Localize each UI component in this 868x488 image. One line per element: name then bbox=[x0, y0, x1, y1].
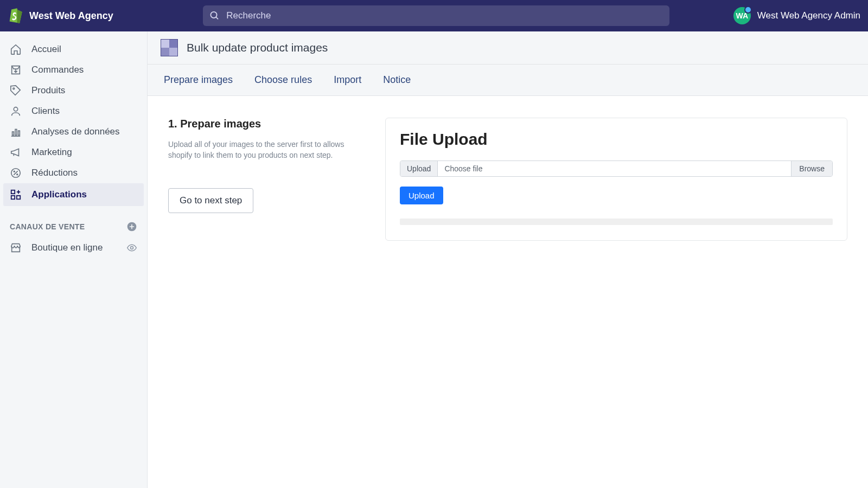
sidebar-item-label: Analyses de données bbox=[31, 126, 120, 137]
sidebar-item-home[interactable]: Accueil bbox=[0, 39, 147, 60]
sidebar-item-label: Commandes bbox=[31, 65, 84, 75]
svg-line-1 bbox=[216, 17, 218, 19]
home-icon bbox=[10, 43, 22, 55]
svg-rect-4 bbox=[12, 132, 14, 135]
content-area: 1. Prepare images Upload all of your ima… bbox=[148, 96, 868, 488]
app-title: Bulk update product images bbox=[187, 41, 328, 54]
search-box[interactable] bbox=[203, 5, 669, 26]
avatar[interactable]: WA bbox=[733, 7, 751, 24]
sidebar-item-products[interactable]: Produits bbox=[0, 80, 147, 101]
channel-online-store[interactable]: Boutique en ligne bbox=[0, 237, 147, 258]
sidebar-item-label: Marketing bbox=[31, 147, 72, 158]
main-content: Bulk update product images Prepare image… bbox=[148, 31, 868, 488]
search-icon bbox=[209, 10, 220, 21]
shopify-logo-icon bbox=[8, 8, 23, 24]
tab-prepare-images[interactable]: Prepare images bbox=[164, 74, 233, 86]
view-store-icon[interactable] bbox=[126, 242, 137, 253]
sidebar-item-discounts[interactable]: Réductions bbox=[0, 163, 147, 183]
svg-rect-10 bbox=[11, 190, 15, 194]
app-icon bbox=[161, 39, 178, 56]
discount-icon bbox=[10, 167, 22, 179]
upload-label: Upload bbox=[400, 161, 438, 176]
svg-point-8 bbox=[14, 171, 15, 172]
card-heading: File Upload bbox=[400, 130, 833, 149]
svg-point-3 bbox=[14, 107, 17, 111]
top-bar: West Web Agency WA West Web Agency Admin bbox=[0, 0, 868, 31]
upload-button[interactable]: Upload bbox=[400, 187, 443, 204]
topbar-right: WA West Web Agency Admin bbox=[733, 7, 860, 24]
sidebar-item-analytics[interactable]: Analyses de données bbox=[0, 121, 147, 142]
svg-rect-11 bbox=[17, 196, 20, 199]
user-icon bbox=[10, 105, 22, 117]
svg-rect-12 bbox=[11, 196, 15, 199]
sidebar-item-label: Accueil bbox=[31, 44, 61, 55]
svg-rect-5 bbox=[15, 129, 17, 135]
channels-title: CANAUX DE VENTE bbox=[10, 222, 85, 231]
analytics-icon bbox=[10, 126, 22, 138]
sidebar-item-label: Produits bbox=[31, 85, 65, 96]
apps-icon bbox=[10, 189, 22, 201]
sidebar-item-customers[interactable]: Clients bbox=[0, 101, 147, 121]
search-wrap bbox=[203, 5, 669, 26]
channels-header: CANAUX DE VENTE bbox=[0, 206, 147, 237]
tab-notice[interactable]: Notice bbox=[383, 74, 411, 86]
upload-progress-bar bbox=[400, 219, 833, 225]
orders-icon bbox=[10, 64, 22, 76]
topbar-left: West Web Agency bbox=[8, 8, 181, 24]
sidebar-item-marketing[interactable]: Marketing bbox=[0, 142, 147, 163]
sidebar-item-apps[interactable]: Applications bbox=[3, 183, 144, 206]
app-tabs: Prepare images Choose rules Import Notic… bbox=[148, 65, 868, 96]
browse-button[interactable]: Browse bbox=[791, 161, 832, 176]
sidebar-item-label: Réductions bbox=[31, 168, 78, 178]
svg-rect-6 bbox=[18, 131, 20, 135]
svg-point-9 bbox=[17, 174, 18, 175]
admin-name[interactable]: West Web Agency Admin bbox=[757, 10, 860, 21]
sidebar: Accueil Commandes Produits Clients Analy… bbox=[0, 31, 148, 488]
sidebar-item-label: Applications bbox=[31, 189, 87, 200]
tag-icon bbox=[10, 85, 22, 97]
search-input[interactable] bbox=[226, 10, 663, 21]
file-input-row: Upload Choose file Browse bbox=[400, 160, 833, 177]
add-channel-icon[interactable] bbox=[126, 221, 137, 232]
svg-point-0 bbox=[210, 12, 216, 18]
step-description: Upload all of your images to the server … bbox=[168, 139, 363, 161]
next-step-button[interactable]: Go to next step bbox=[168, 188, 253, 213]
tab-choose-rules[interactable]: Choose rules bbox=[254, 74, 312, 86]
svg-point-2 bbox=[13, 88, 15, 89]
tab-import[interactable]: Import bbox=[334, 74, 361, 86]
shop-name: West Web Agency bbox=[29, 10, 113, 22]
store-icon bbox=[10, 242, 22, 254]
megaphone-icon bbox=[10, 146, 22, 158]
sidebar-item-orders[interactable]: Commandes bbox=[0, 60, 147, 80]
sidebar-item-label: Clients bbox=[31, 106, 60, 117]
channel-label: Boutique en ligne bbox=[31, 242, 103, 253]
svg-point-14 bbox=[131, 247, 133, 249]
file-upload-card: File Upload Upload Choose file Browse Up… bbox=[385, 118, 847, 241]
step-title: 1. Prepare images bbox=[168, 118, 363, 130]
choose-file-text[interactable]: Choose file bbox=[438, 161, 791, 176]
app-header: Bulk update product images bbox=[148, 31, 868, 65]
step-panel: 1. Prepare images Upload all of your ima… bbox=[168, 118, 363, 213]
